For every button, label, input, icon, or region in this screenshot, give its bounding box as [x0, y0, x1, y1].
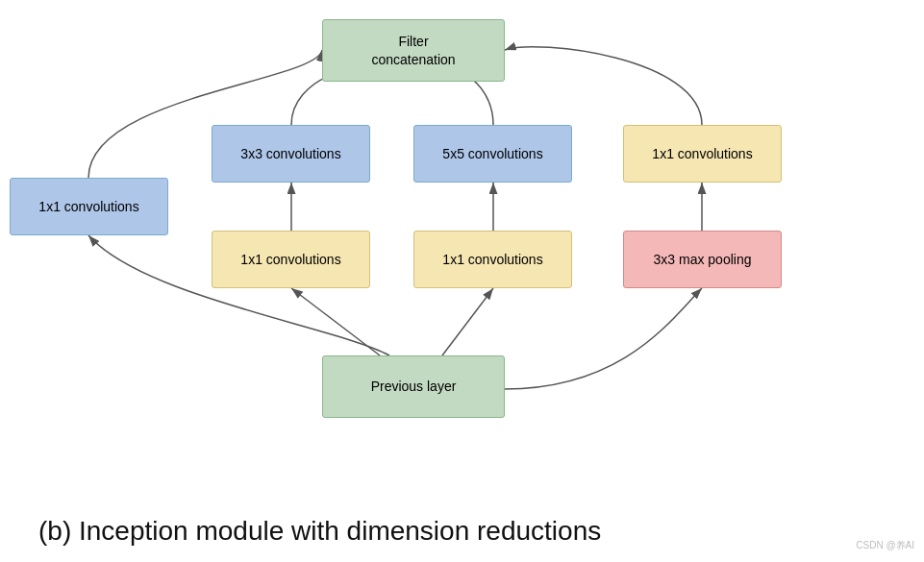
conv1x1-yellow3-node: 1x1 convolutions	[212, 231, 370, 288]
prev-layer-node: Previous layer	[322, 355, 505, 418]
filter-concat-node: Filterconcatenation	[322, 19, 505, 82]
conv5x5-node: 5x5 convolutions	[413, 125, 572, 183]
conv3x3-node: 3x3 convolutions	[212, 125, 370, 183]
diagram-caption: (b) Inception module with dimension redu…	[38, 516, 601, 547]
conv1x1-direct-node: 1x1 convolutions	[10, 178, 168, 235]
diagram-container: Filterconcatenation 3x3 convolutions 5x5…	[0, 0, 924, 471]
conv1x1-top-node: 1x1 convolutions	[623, 125, 782, 183]
maxpool-node: 3x3 max pooling	[623, 231, 782, 288]
watermark: CSDN @养AI	[856, 539, 914, 552]
conv1x1-yellow5-node: 1x1 convolutions	[413, 231, 572, 288]
